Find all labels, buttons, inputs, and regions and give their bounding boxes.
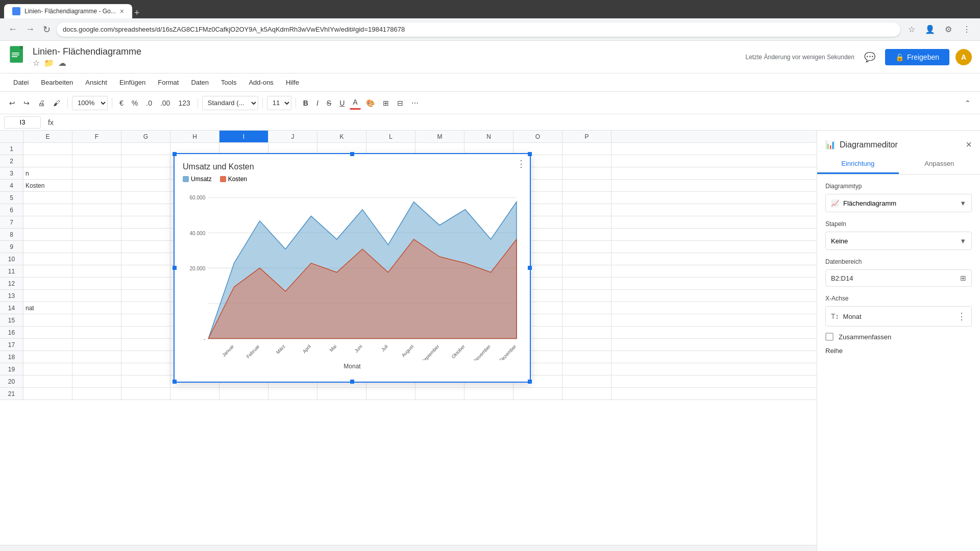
col-header-e[interactable]: E <box>23 131 72 142</box>
cell-g3[interactable] <box>121 167 170 179</box>
number-format-button[interactable]: 123 <box>175 97 193 109</box>
cell-f4[interactable] <box>72 180 121 191</box>
more-icon[interactable]: ⋮ <box>960 22 974 37</box>
italic-button[interactable]: I <box>313 97 322 109</box>
column-headers: E F G H I J K L M N O P <box>0 131 817 143</box>
panel-close-button[interactable]: × <box>966 139 972 151</box>
tab-einrichtung[interactable]: Einrichtung <box>817 155 899 174</box>
cell-g1[interactable] <box>121 143 170 155</box>
chart-handle-tc[interactable] <box>350 152 354 156</box>
x-achse-more-button[interactable]: ⋮ <box>957 311 966 322</box>
col-header-p[interactable]: P <box>562 131 611 142</box>
cell-e3[interactable]: n <box>23 167 72 179</box>
col-header-o[interactable]: O <box>513 131 562 142</box>
more-formats-button[interactable]: ⋯ <box>408 97 422 109</box>
cell-f3[interactable] <box>72 167 121 179</box>
menu-tools[interactable]: Tools <box>216 77 241 88</box>
menu-hilfe[interactable]: Hilfe <box>281 77 304 88</box>
formula-input[interactable] <box>61 116 976 129</box>
zusammenfassen-checkbox[interactable] <box>825 333 834 341</box>
decimal-dec-button[interactable]: .0 <box>143 97 155 109</box>
chart-handle-br[interactable] <box>528 380 532 384</box>
tab-close-button[interactable]: × <box>120 7 124 15</box>
col-header-k[interactable]: K <box>317 131 366 142</box>
active-tab[interactable]: Linien- Flächendiagramme - Go... × <box>4 4 132 18</box>
zoom-select[interactable]: 100% <box>72 96 108 110</box>
account-icon[interactable]: 👤 <box>923 22 937 37</box>
collapse-toolbar-button[interactable]: ⌃ <box>962 97 974 109</box>
cell-p2[interactable] <box>562 155 611 167</box>
col-header-j[interactable]: J <box>268 131 317 142</box>
redo-button[interactable]: ↪ <box>20 97 33 109</box>
chart-handle-bc[interactable] <box>350 380 354 384</box>
cell-e1[interactable] <box>23 143 72 155</box>
extensions-icon[interactable]: ⚙ <box>941 22 955 37</box>
menu-datei[interactable]: Datei <box>8 77 34 88</box>
share-button[interactable]: 🔒 Freigeben <box>885 49 949 65</box>
col-header-g[interactable]: G <box>121 131 170 142</box>
chart-handle-bl[interactable] <box>173 380 177 384</box>
decimal-inc-button[interactable]: .00 <box>157 97 173 109</box>
cloud-icon[interactable]: ☁ <box>58 58 66 68</box>
col-header-h[interactable]: H <box>170 131 219 142</box>
col-header-n[interactable]: N <box>464 131 513 142</box>
merge-button[interactable]: ⊟ <box>394 97 406 109</box>
col-header-m[interactable]: M <box>415 131 464 142</box>
currency-button[interactable]: € <box>116 97 127 109</box>
chart-handle-ml[interactable] <box>173 266 177 270</box>
folder-icon[interactable]: 📁 <box>44 58 54 68</box>
col-header-i[interactable]: I <box>219 131 268 142</box>
format-type-select[interactable]: Standard (... <box>202 96 258 110</box>
col-header-f[interactable]: F <box>72 131 121 142</box>
font-size-select[interactable]: 11 <box>267 96 291 110</box>
nav-forward-button[interactable]: → <box>23 22 37 37</box>
menu-ansicht[interactable]: Ansicht <box>80 77 112 88</box>
percent-button[interactable]: % <box>129 97 141 109</box>
svg-text:-: - <box>204 336 205 342</box>
datenbereich-edit-icon[interactable]: ⊞ <box>960 274 966 282</box>
print-button[interactable]: 🖨 <box>35 97 48 109</box>
cell-e2[interactable] <box>23 155 72 167</box>
cell-g2[interactable] <box>121 155 170 167</box>
stapeln-dropdown[interactable]: Keine ▼ <box>825 232 972 250</box>
menu-daten[interactable]: Daten <box>186 77 214 88</box>
cell-p4[interactable] <box>562 180 611 191</box>
chart-container[interactable]: ⋮ Umsatz und Kosten Umsatz Kosten <box>174 153 531 383</box>
cell-f2[interactable] <box>72 155 121 167</box>
paint-format-button[interactable]: 🖌 <box>50 97 63 109</box>
chart-handle-tr[interactable] <box>528 152 532 156</box>
menu-einfuegen[interactable]: Einfügen <box>114 77 151 88</box>
cell-p1[interactable] <box>562 143 611 155</box>
cell-p3[interactable] <box>562 167 611 179</box>
nav-reload-button[interactable]: ↻ <box>41 22 53 37</box>
bookmark-icon[interactable]: ☆ <box>904 22 919 37</box>
user-avatar[interactable]: A <box>955 49 972 65</box>
horizontal-scrollbar[interactable] <box>0 545 817 551</box>
underline-button[interactable]: U <box>336 97 348 109</box>
menu-addons[interactable]: Add-ons <box>243 77 278 88</box>
comment-button[interactable]: 💬 <box>861 48 879 66</box>
svg-text:Dezember: Dezember <box>499 344 517 360</box>
strikethrough-button[interactable]: S <box>324 97 334 109</box>
diagrammtyp-dropdown[interactable]: 📈 Flächendiagramm ▼ <box>825 194 972 212</box>
cell-f1[interactable] <box>72 143 121 155</box>
chart-handle-mr[interactable] <box>528 266 532 270</box>
menu-format[interactable]: Format <box>153 77 184 88</box>
cell-reference-input[interactable] <box>4 116 41 129</box>
col-header-l[interactable]: L <box>366 131 415 142</box>
cell-e4[interactable]: Kosten <box>23 180 72 191</box>
fill-color-button[interactable]: 🎨 <box>363 97 378 109</box>
menu-bearbeiten[interactable]: Bearbeiten <box>36 77 78 88</box>
cell-g4[interactable] <box>121 180 170 191</box>
text-color-button[interactable]: A <box>350 96 360 110</box>
star-icon[interactable]: ☆ <box>33 58 40 68</box>
tab-anpassen[interactable]: Anpassen <box>899 155 981 174</box>
bold-button[interactable]: B <box>300 97 311 109</box>
chart-menu-button[interactable]: ⋮ <box>517 158 526 169</box>
new-tab-button[interactable]: + <box>134 8 140 18</box>
nav-back-button[interactable]: ← <box>6 22 19 37</box>
borders-button[interactable]: ⊞ <box>380 97 392 109</box>
undo-button[interactable]: ↩ <box>6 97 18 109</box>
address-input[interactable] <box>57 22 900 37</box>
chart-handle-tl[interactable] <box>173 152 177 156</box>
